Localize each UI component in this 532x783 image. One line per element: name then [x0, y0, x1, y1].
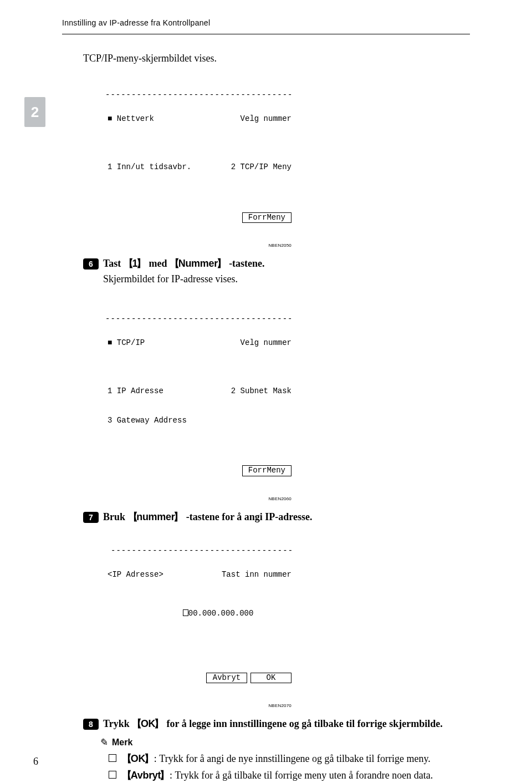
figure-id: NBEN2050: [105, 243, 291, 248]
lcd-prev-menu-button[interactable]: ForrMeny: [242, 212, 291, 223]
lcd-screenshot-3: ----------------------------------------…: [105, 527, 294, 709]
lcd-menu-item-2: 2 Subnet Mask: [231, 387, 291, 396]
lcd-title-left: ■ TCP/IP: [108, 338, 145, 348]
lcd-ok-button[interactable]: OK: [250, 673, 291, 684]
lcd-border-top: ----------------------------------------…: [105, 90, 294, 96]
intro-text: TCP/IP-meny-skjermbildet vises.: [83, 52, 482, 65]
lcd-title-right: Velg nummer: [241, 114, 291, 124]
step-6: 6 Tast 1 med Nummer -tastene. Skjermbild…: [83, 257, 482, 291]
lcd-menu-item-3: 3 Gateway Address: [108, 416, 291, 426]
lcd-cancel-button[interactable]: Avbryt: [206, 673, 247, 684]
key-ok: OK: [122, 753, 154, 764]
note-heading: ✎ Merk: [99, 736, 482, 749]
key-nummer: nummer: [128, 511, 184, 522]
lcd-prev-menu-button[interactable]: ForrMeny: [242, 465, 291, 476]
lcd-menu-item-1: 1 Inn/ut tidsavbr.: [108, 162, 191, 172]
key-ok: OK: [132, 718, 164, 729]
key-avbryt: Avbryt: [122, 770, 170, 781]
figure-id: NBEN2070: [105, 703, 291, 708]
step-7: 7 Bruk nummer -tastene for å angi IP-adr…: [83, 510, 482, 523]
lcd-screenshot-1: ----------------------------------------…: [105, 71, 294, 248]
lcd-title-right: Velg nummer: [241, 338, 291, 348]
figure-id: NBEN2060: [105, 496, 291, 501]
step-badge-8: 8: [83, 719, 99, 730]
key-1: 1: [124, 258, 146, 269]
cursor-icon: [183, 609, 188, 616]
lcd-border-top: ----------------------------------------: [105, 546, 294, 552]
note-item: OK: Trykk for å angi de nye innstillinge…: [109, 752, 482, 765]
note-item: Avbryt: Trykk for å gå tilbake til forri…: [109, 769, 482, 782]
lcd-border-top: ----------------------------------------…: [105, 314, 294, 320]
lcd-screenshot-2: ----------------------------------------…: [105, 295, 294, 501]
lcd-ip-value: 00.000.000.000: [105, 599, 294, 628]
lcd-title-left: <IP Adresse>: [108, 570, 163, 580]
step-8: 8 Trykk OK for å legge inn innstillingen…: [83, 717, 482, 730]
section-tab: 2: [24, 97, 45, 127]
key-nummer: Nummer: [170, 258, 227, 269]
checkbox-icon: [109, 754, 116, 762]
lcd-menu-item-1: 1 IP Adresse: [108, 387, 163, 396]
lcd-title-right: Tast inn nummer: [222, 570, 291, 580]
page-header: Innstilling av IP-adresse fra Kontrollpa…: [62, 18, 210, 27]
step-badge-7: 7: [83, 512, 99, 523]
page-number: 6: [33, 756, 38, 767]
step-badge-6: 6: [83, 258, 99, 270]
step-6-sub: Skjermbildet for IP-adresse vises.: [103, 273, 482, 286]
lcd-menu-item-2: 2 TCP/IP Meny: [231, 162, 291, 172]
pencil-icon: ✎: [98, 736, 110, 749]
lcd-title-left: ■ Nettverk: [108, 114, 154, 124]
checkbox-icon: [109, 771, 116, 779]
